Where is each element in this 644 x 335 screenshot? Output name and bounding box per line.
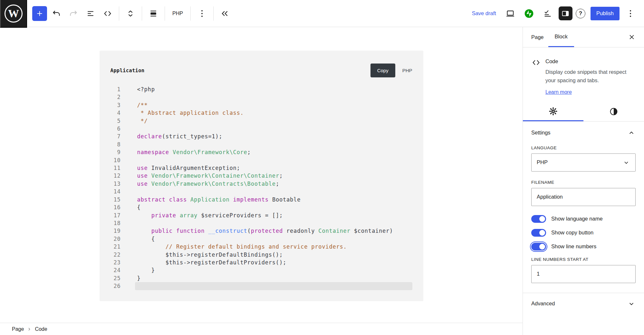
code-line[interactable]: 12use Vendor\Framework\Container\Contain…: [111, 172, 412, 180]
collapse-toolbar-button[interactable]: [217, 6, 233, 21]
highlight-lines-button[interactable]: [146, 6, 161, 21]
code-icon: [531, 58, 541, 67]
breadcrumb-page[interactable]: Page: [12, 326, 24, 332]
code-line[interactable]: 14: [111, 188, 412, 195]
code-line[interactable]: 23 $this->registerDefaultProviders();: [111, 259, 412, 266]
block-inserter-button[interactable]: [32, 6, 47, 21]
show-line-numbers-toggle[interactable]: [531, 243, 546, 251]
line-number: 6: [111, 125, 121, 133]
toolbar-separator: [165, 6, 165, 21]
preview-button[interactable]: [503, 6, 518, 21]
filename-field: FILENAME: [531, 180, 636, 206]
language-label: LANGUAGE: [531, 145, 636, 150]
tab-styles[interactable]: [583, 102, 644, 121]
breadcrumb-code[interactable]: Code: [35, 326, 47, 332]
code-line[interactable]: 18: [111, 219, 412, 227]
editor-checks-button[interactable]: [540, 6, 555, 21]
code-line[interactable]: 26: [111, 282, 412, 290]
block-info-card: Code Display code snippets that respect …: [523, 47, 644, 97]
undo-button[interactable]: [49, 6, 64, 21]
code-line[interactable]: 10: [111, 156, 412, 164]
language-select[interactable]: PHP: [531, 153, 636, 172]
line-number: 19: [111, 227, 121, 235]
code-line[interactable]: 25}: [111, 274, 412, 282]
code-line[interactable]: 15abstract class Application implements …: [111, 196, 412, 203]
copy-code-button[interactable]: Copy: [370, 64, 395, 77]
language-toolbar-button[interactable]: PHP: [168, 6, 187, 21]
code-line[interactable]: 9namespace Vendor\Framework\Core;: [111, 148, 412, 156]
code-text: [135, 125, 412, 133]
chevron-down-icon: [622, 159, 630, 166]
kebab-menu-icon: [197, 9, 207, 18]
chevron-down-icon: [627, 300, 636, 308]
settings-panel-header[interactable]: Settings: [531, 129, 636, 137]
toggle-knob: [539, 230, 545, 236]
code-block-header: Application Copy PHP: [111, 64, 412, 77]
help-button[interactable]: ?: [576, 9, 585, 18]
code-line[interactable]: 24 }: [111, 266, 412, 274]
block-options-button[interactable]: [194, 6, 210, 21]
tab-block[interactable]: Block: [548, 27, 574, 47]
line-number: 18: [111, 219, 121, 227]
toggle-knob: [539, 216, 545, 222]
code-line[interactable]: 2: [111, 93, 412, 101]
tab-page[interactable]: Page: [531, 27, 544, 47]
tab-settings[interactable]: [523, 102, 583, 121]
wordpress-logo-button[interactable]: W: [0, 0, 27, 28]
settings-sidebar-toggle[interactable]: [559, 6, 572, 20]
toggle-label: Show language name: [551, 216, 603, 222]
line-number: 10: [111, 156, 121, 164]
code-line[interactable]: 1<?php: [111, 85, 412, 93]
code-line[interactable]: 21 // Register default bindings and serv…: [111, 243, 412, 251]
code-line[interactable]: 7declare(strict_types=1);: [111, 133, 412, 140]
toolbar-separator: [213, 6, 214, 21]
code-block-type-button[interactable]: [100, 6, 115, 21]
chevron-right-icon: [26, 326, 32, 332]
block-description: Display code snippets that respect your …: [545, 68, 633, 85]
line-start-input[interactable]: [531, 265, 636, 283]
code-line[interactable]: 19 public function __construct(protected…: [111, 227, 412, 235]
toolbar-separator: [142, 6, 142, 21]
save-draft-button[interactable]: Save draft: [469, 10, 499, 16]
line-number: 8: [111, 141, 121, 148]
show-language-name-toggle[interactable]: [531, 215, 546, 223]
line-number: 24: [111, 266, 121, 274]
code-text: [135, 93, 412, 101]
code-line[interactable]: 13use Vendor\Framework\Contracts\Bootabl…: [111, 180, 412, 188]
block-mover-buttons[interactable]: [123, 6, 138, 21]
code-line[interactable]: 20 {: [111, 235, 412, 243]
line-number: 12: [111, 172, 121, 180]
code-line[interactable]: 11use InvalidArgumentException;: [111, 164, 412, 172]
code-line[interactable]: 17 private array $serviceProviders = [];: [111, 212, 412, 219]
code-block[interactable]: Application Copy PHP 1<?php2 3/**4 * Abs…: [100, 51, 423, 301]
code-line[interactable]: 6: [111, 125, 412, 133]
close-sidebar-button[interactable]: [624, 29, 639, 45]
line-number: 17: [111, 212, 121, 219]
code-line[interactable]: 8: [111, 141, 412, 148]
filename-label: FILENAME: [531, 180, 636, 185]
line-number: 26: [111, 282, 121, 290]
code-line[interactable]: 16{: [111, 203, 412, 211]
code-line[interactable]: 4 * Abstract application class.: [111, 109, 412, 117]
jetpack-button[interactable]: [521, 6, 537, 21]
learn-more-link[interactable]: Learn more: [545, 89, 572, 95]
code-lines[interactable]: 1<?php2 3/**4 * Abstract application cla…: [111, 85, 412, 290]
code-text: /**: [135, 101, 412, 109]
publish-button[interactable]: Publish: [591, 7, 620, 20]
jetpack-icon: [524, 8, 534, 19]
line-number: 2: [111, 93, 121, 101]
filename-input[interactable]: [531, 188, 636, 206]
code-text: <?php: [135, 85, 412, 93]
code-line[interactable]: 3/**: [111, 101, 412, 109]
advanced-panel-header[interactable]: Advanced: [523, 293, 644, 314]
code-text: {: [135, 203, 412, 211]
code-line[interactable]: 22 $this->registerDefaultBindings();: [111, 251, 412, 259]
more-options-button[interactable]: [623, 6, 638, 21]
document-overview-button[interactable]: [83, 6, 98, 21]
breadcrumb-bar: Page Code: [0, 323, 523, 335]
code-text: [135, 156, 412, 164]
redo-button[interactable]: [66, 6, 81, 21]
show-copy-button-toggle[interactable]: [531, 229, 546, 237]
code-text: }: [135, 266, 412, 274]
code-line[interactable]: 5 */: [111, 117, 412, 125]
